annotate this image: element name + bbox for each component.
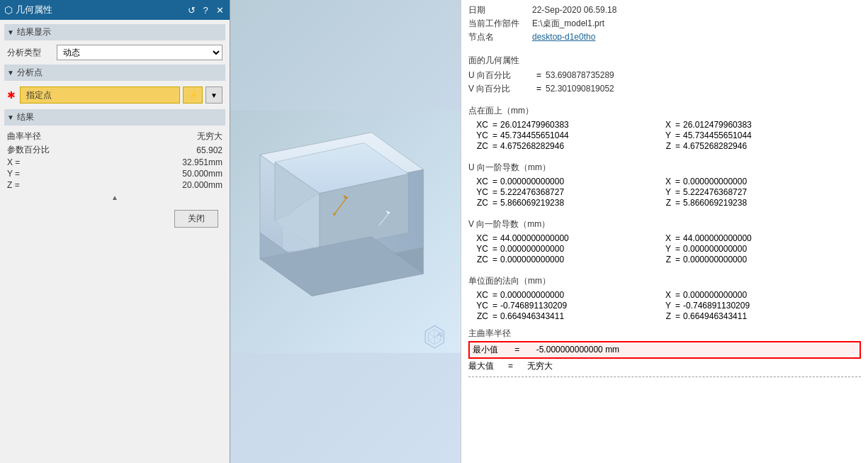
min-value: -5.000000000000 mm xyxy=(536,345,619,355)
node-value: desktop-d1e0tho xyxy=(532,32,595,42)
refresh-icon[interactable]: ↺ xyxy=(186,4,197,16)
dropdown-btn[interactable]: ▼ xyxy=(205,87,222,104)
yc2-value: 5.222476368727 xyxy=(500,187,564,197)
z1-value: 4.675268282946 xyxy=(683,141,747,151)
y2-row: Y = 5.222476368727 xyxy=(660,187,844,197)
x3-value: 44.000000000000 xyxy=(683,233,752,243)
analysis-point-header[interactable]: ▼ 分析点 xyxy=(4,65,225,81)
x2-row: X = 0.000000000000 xyxy=(660,177,844,186)
yc1-value: 45.734455651044 xyxy=(500,130,569,140)
z2-row: Z = 5.866069219238 xyxy=(660,198,844,208)
y-label1: Y xyxy=(660,130,671,140)
v-percent-eq: = xyxy=(536,84,541,94)
z1-row: Z = 4.675268282946 xyxy=(660,141,844,151)
collapse-arrow[interactable]: ▲ xyxy=(4,191,225,204)
xc-eq: = xyxy=(492,120,497,130)
viewport-svg: Ai xyxy=(230,0,461,463)
u-percent-row: U 向百分比 = 53.690878735289 xyxy=(468,69,861,82)
z-eq1: = xyxy=(675,141,680,151)
geometry-icon: ⬡ xyxy=(4,4,13,16)
zc2-value: 5.866069219238 xyxy=(500,198,564,208)
y2-value: 5.222476368727 xyxy=(683,187,747,197)
x1-row: X = 26.012479960383 xyxy=(660,120,844,130)
x2-value: 0.000000000000 xyxy=(683,177,747,186)
y4-value: -0.746891130209 xyxy=(683,301,750,311)
panel-body: ▼ 结果显示 分析类型 动态 ▼ 分析点 ✱ 指定点 ⚡ ▼ ▼ xyxy=(0,20,230,463)
close-button[interactable]: 关闭 xyxy=(174,210,218,228)
analysis-type-label: 分析类型 xyxy=(7,47,57,59)
curvature-radius-value: 无穷大 xyxy=(197,130,222,143)
panel-title: 几何属性 xyxy=(16,4,52,16)
y1-row: Y = 45.734455651044 xyxy=(660,130,844,140)
point-on-surface-title: 点在面上（mm） xyxy=(468,105,861,117)
date-row: 日期 22-Sep-2020 06.59.18 xyxy=(468,4,861,16)
unit-normal-title: 单位面的法向（mm） xyxy=(468,275,861,287)
zc-eq: = xyxy=(492,141,497,151)
y-row: Y = 50.000mm xyxy=(4,168,225,179)
min-label: 最小值 xyxy=(473,345,498,355)
results-header[interactable]: ▼ 结果 xyxy=(4,109,225,125)
lightning-btn[interactable]: ⚡ xyxy=(183,87,203,104)
left-panel: ⬡ 几何属性 ↺ ? ✕ ▼ 结果显示 分析类型 动态 ▼ 分析点 ✱ 指定点 xyxy=(0,0,230,463)
xc4-value: 0.000000000000 xyxy=(500,290,564,300)
yc2-row: YC = 5.222476368727 xyxy=(468,187,653,197)
surface-geo-title: 面的几何属性 xyxy=(468,55,861,67)
max-curvature-row: 最大值 = 无穷大 xyxy=(468,360,861,372)
viewport[interactable]: Ai xyxy=(230,0,461,463)
x4-value: 0.000000000000 xyxy=(683,290,747,300)
z-row: Z = 20.000mm xyxy=(4,179,225,191)
work-part-row: 当前工作部件 E:\桌面_model1.prt xyxy=(468,18,861,30)
z3-value: 0.000000000000 xyxy=(683,255,747,264)
xc2-value: 0.000000000000 xyxy=(500,177,564,186)
result-display-label: 结果显示 xyxy=(17,26,51,38)
zc2-row: ZC = 5.866069219238 xyxy=(468,198,653,208)
max-eq: = xyxy=(508,361,513,371)
v-percent-label: V 向百分比 xyxy=(468,83,532,95)
title-bar-icons: ↺ ? ✕ xyxy=(186,4,225,16)
star-icon: ✱ xyxy=(7,89,16,101)
u-percent-value: 53.690878735289 xyxy=(546,70,614,80)
zc1-row: ZC = 4.675268282946 xyxy=(468,141,653,151)
xc-label: XC xyxy=(468,120,488,130)
y-value: 50.000mm xyxy=(182,169,222,179)
x-row: X = 32.951mm xyxy=(4,157,225,168)
u-percent-eq: = xyxy=(536,70,541,80)
info-panel: 日期 22-Sep-2020 06.59.18 当前工作部件 E:\桌面_mod… xyxy=(461,0,868,463)
xc3-value: 44.000000000000 xyxy=(500,233,569,243)
xc2-row: XC = 0.000000000000 xyxy=(468,177,653,186)
min-curvature-row: 最小值 = -5.000000000000 mm xyxy=(468,341,861,359)
param-percent-value: 65.902 xyxy=(196,145,222,155)
x-eq1: = xyxy=(675,120,680,130)
close-icon[interactable]: ✕ xyxy=(214,4,225,16)
max-value: 无穷大 xyxy=(527,360,553,372)
results-label: 结果 xyxy=(17,111,34,123)
yc1-row: YC = 45.734455651044 xyxy=(468,130,653,140)
param-percent-row: 参数百分比 65.902 xyxy=(4,143,225,157)
analysis-type-select[interactable]: 动态 xyxy=(57,45,222,60)
v-first-deriv-title: V 向一阶导数（mm） xyxy=(468,218,861,230)
work-part-label: 当前工作部件 xyxy=(468,18,532,30)
node-label: 节点名 xyxy=(468,31,532,43)
z-value: 20.000mm xyxy=(182,180,222,190)
node-row: 节点名 desktop-d1e0tho xyxy=(468,31,861,43)
help-icon[interactable]: ? xyxy=(200,4,211,16)
zc3-value: 0.000000000000 xyxy=(500,255,564,264)
zc1-value: 4.675268282946 xyxy=(500,141,564,151)
max-label: 最大值 xyxy=(468,360,494,372)
z-label: Z = xyxy=(7,180,20,190)
y3-value: 0.000000000000 xyxy=(683,244,747,254)
principal-curvature-title: 主曲率半径 xyxy=(468,328,861,340)
v-percent-value: 52.301090819052 xyxy=(546,84,614,94)
curvature-radius-label: 曲率半径 xyxy=(7,130,41,143)
work-part-value: E:\桌面_model1.prt xyxy=(532,18,604,30)
yc-label: YC xyxy=(468,130,488,140)
svg-point-12 xyxy=(333,213,335,216)
lightning-icon: ⚡ xyxy=(188,91,197,99)
curvature-radius-row: 曲率半径 无穷大 xyxy=(4,130,225,143)
v-percent-row: V 向百分比 = 52.301090819052 xyxy=(468,83,861,95)
x-label: X = xyxy=(7,157,20,167)
divider xyxy=(468,376,861,377)
analysis-type-row: 分析类型 动态 xyxy=(4,45,225,60)
result-display-header[interactable]: ▼ 结果显示 xyxy=(4,24,225,40)
y-label: Y = xyxy=(7,169,20,179)
